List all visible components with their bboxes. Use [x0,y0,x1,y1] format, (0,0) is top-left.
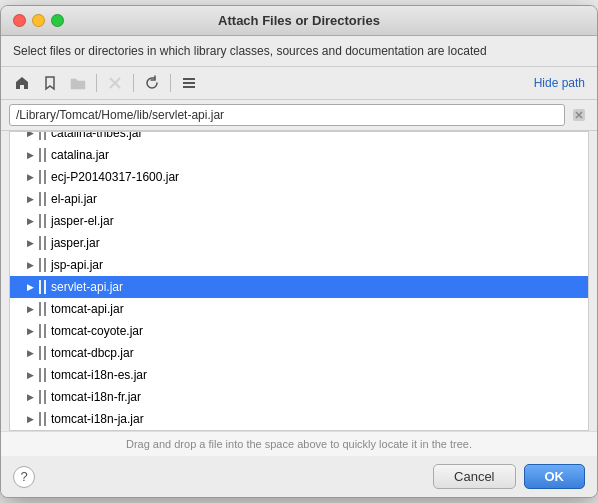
bookmark-button[interactable] [37,71,63,95]
tree-item-label: tomcat-coyote.jar [51,324,143,338]
window-title: Attach Files or Directories [218,13,380,28]
refresh-button[interactable] [139,71,165,95]
window-controls [13,14,64,27]
footer: ? Cancel OK [1,456,597,497]
jar-icon [38,258,47,272]
jar-icon [38,412,47,426]
hide-path-button[interactable]: Hide path [530,74,589,92]
tree-item[interactable]: ▶tomcat-i18n-es.jar [10,364,588,386]
tree-item-label: ecj-P20140317-1600.jar [51,170,179,184]
cancel-button[interactable]: Cancel [433,464,515,489]
tree-item-label: tomcat-api.jar [51,302,124,316]
titlebar: Attach Files or Directories [1,6,597,36]
tree-item[interactable]: ▶tomcat-i18n-ja.jar [10,408,588,430]
tree-item-label: tomcat-i18n-es.jar [51,368,147,382]
path-bar [1,100,597,131]
tree-item-label: servlet-api.jar [51,280,123,294]
tree-item-label: jasper.jar [51,236,100,250]
tree-expand-icon: ▶ [22,235,38,251]
tree-item-label: tomcat-i18n-fr.jar [51,390,141,404]
show-all-button[interactable] [176,71,202,95]
jar-icon [38,390,47,404]
tree-item-label: tomcat-dbcp.jar [51,346,134,360]
jar-icon [38,192,47,206]
tree-item[interactable]: ▶el-api.jar [10,188,588,210]
ok-button[interactable]: OK [524,464,586,489]
footer-buttons: Cancel OK [433,464,585,489]
tree-item-label: catalina-tribes.jar [51,131,142,140]
tree-expand-icon: ▶ [22,191,38,207]
tree-expand-icon: ▶ [22,147,38,163]
tree-expand-icon: ▶ [22,301,38,317]
toolbar-separator-1 [96,74,97,92]
tree-item-label: catalina.jar [51,148,109,162]
tree-item[interactable]: ▶ecj-P20140317-1600.jar [10,166,588,188]
tree-item[interactable]: ▶tomcat-dbcp.jar [10,342,588,364]
tree-expand-icon: ▶ [22,131,38,141]
tree-item-label: jsp-api.jar [51,258,103,272]
tree-expand-icon: ▶ [22,323,38,339]
tree-item[interactable]: ▶tomcat-api.jar [10,298,588,320]
drag-drop-hint: Drag and drop a file into the space abov… [1,431,597,456]
svg-rect-3 [183,82,195,84]
jar-icon [38,302,47,316]
close-button[interactable] [13,14,26,27]
tree-expand-icon: ▶ [22,279,38,295]
toolbar-separator-3 [170,74,171,92]
tree-expand-icon: ▶ [22,257,38,273]
tree-item-label: jasper-el.jar [51,214,114,228]
tree-expand-icon: ▶ [22,169,38,185]
tree-item-label: el-api.jar [51,192,97,206]
tree-expand-icon: ▶ [22,213,38,229]
main-window: Attach Files or Directories Select files… [0,5,598,498]
tree-item[interactable]: ▶jasper.jar [10,232,588,254]
jar-icon [38,131,47,140]
svg-rect-2 [183,78,195,80]
jar-icon [38,280,47,294]
delete-button[interactable] [102,71,128,95]
toolbar-separator-2 [133,74,134,92]
file-tree[interactable]: ▶catalina-ant.jar▶catalina-ha.jar▶catali… [9,131,589,431]
tree-item[interactable]: ▶jasper-el.jar [10,210,588,232]
jar-icon [38,368,47,382]
minimize-button[interactable] [32,14,45,27]
tree-expand-icon: ▶ [22,345,38,361]
path-input[interactable] [9,104,565,126]
tree-item[interactable]: ▶jsp-api.jar [10,254,588,276]
tree-expand-icon: ▶ [22,389,38,405]
jar-icon [38,236,47,250]
svg-rect-4 [183,86,195,88]
tree-item-label: tomcat-i18n-ja.jar [51,412,144,426]
jar-icon [38,324,47,338]
jar-icon [38,170,47,184]
jar-icon [38,214,47,228]
home-button[interactable] [9,71,35,95]
new-folder-button[interactable] [65,71,91,95]
path-clear-button[interactable] [569,105,589,125]
tree-expand-icon: ▶ [22,367,38,383]
tree-item[interactable]: ▶tomcat-coyote.jar [10,320,588,342]
subtitle-text: Select files or directories in which lib… [1,36,597,67]
maximize-button[interactable] [51,14,64,27]
help-button[interactable]: ? [13,466,35,488]
tree-item[interactable]: ▶catalina.jar [10,144,588,166]
tree-item[interactable]: ▶catalina-tribes.jar [10,131,588,144]
toolbar: Hide path [1,67,597,100]
tree-item[interactable]: ▶tomcat-i18n-fr.jar [10,386,588,408]
jar-icon [38,346,47,360]
tree-item[interactable]: ▶servlet-api.jar [10,276,588,298]
jar-icon [38,148,47,162]
tree-expand-icon: ▶ [22,411,38,427]
